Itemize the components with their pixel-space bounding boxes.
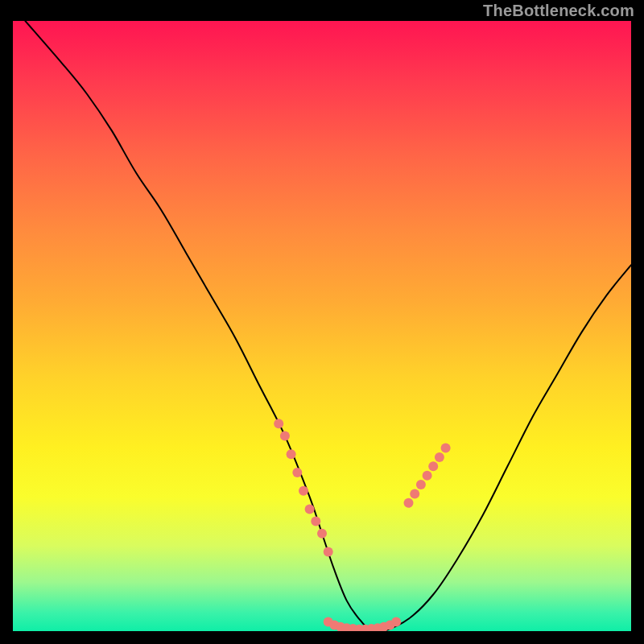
highlight-dot xyxy=(423,471,432,481)
curve-line xyxy=(25,21,631,631)
highlight-dot xyxy=(404,498,414,508)
highlight-dot xyxy=(435,452,444,462)
chart-frame: TheBottleneck.com xyxy=(0,0,644,644)
watermark-label: TheBottleneck.com xyxy=(483,2,634,19)
highlight-dot xyxy=(292,468,302,477)
highlight-dot xyxy=(324,547,333,557)
highlight-dot xyxy=(391,617,401,627)
highlight-dot xyxy=(416,480,426,489)
plot-area xyxy=(13,21,631,631)
highlight-right-highlight xyxy=(404,444,451,508)
highlight-dot xyxy=(287,449,296,459)
highlight-dot xyxy=(311,517,320,526)
highlight-left-highlight xyxy=(274,419,333,556)
highlight-dot xyxy=(305,504,315,514)
highlight-floor-highlight xyxy=(324,617,402,631)
highlight-dot xyxy=(317,529,327,539)
highlight-dot xyxy=(299,486,308,496)
highlight-dot xyxy=(280,431,290,440)
highlight-dot xyxy=(428,461,438,471)
chart-svg xyxy=(13,21,631,631)
highlight-dot xyxy=(410,489,419,499)
highlight-dot xyxy=(274,419,283,428)
highlight-dot xyxy=(441,444,451,453)
